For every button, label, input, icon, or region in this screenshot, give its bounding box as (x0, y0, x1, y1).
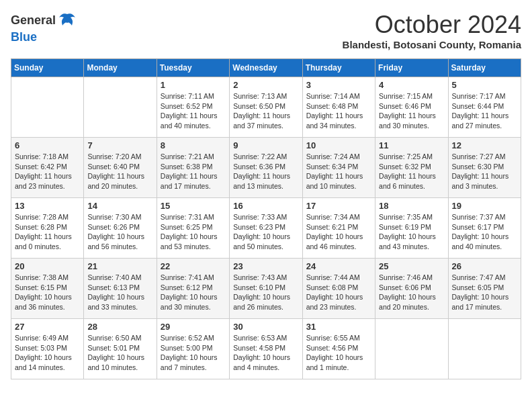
calendar-cell: 2Sunrise: 7:13 AM Sunset: 6:50 PM Daylig… (230, 77, 302, 138)
calendar-cell: 28Sunrise: 6:50 AM Sunset: 5:01 PM Dayli… (84, 319, 157, 379)
cell-content: Sunrise: 6:53 AM Sunset: 4:58 PM Dayligh… (233, 333, 298, 373)
cell-content: Sunrise: 7:11 AM Sunset: 6:52 PM Dayligh… (161, 91, 226, 131)
cell-content: Sunrise: 7:41 AM Sunset: 6:12 PM Dayligh… (161, 273, 226, 312)
calendar-week-row: 1Sunrise: 7:11 AM Sunset: 6:52 PM Daylig… (11, 77, 521, 138)
calendar-cell: 4Sunrise: 7:15 AM Sunset: 6:46 PM Daylig… (375, 77, 448, 138)
subtitle: Blandesti, Botosani County, Romania (343, 39, 521, 50)
day-number: 21 (87, 261, 152, 271)
day-number: 30 (233, 322, 298, 332)
calendar-cell: 21Sunrise: 7:40 AM Sunset: 6:13 PM Dayli… (84, 259, 157, 319)
cell-content: Sunrise: 7:31 AM Sunset: 6:25 PM Dayligh… (161, 212, 226, 252)
calendar-header-row: SundayMondayTuesdayWednesdayThursdayFrid… (11, 59, 521, 77)
logo: General Blue (11, 11, 77, 44)
day-number: 31 (306, 322, 371, 332)
day-number: 17 (306, 201, 371, 211)
calendar-cell: 29Sunrise: 6:52 AM Sunset: 5:00 PM Dayli… (157, 319, 229, 379)
cell-content: Sunrise: 6:52 AM Sunset: 5:00 PM Dayligh… (161, 333, 226, 373)
cell-content: Sunrise: 6:55 AM Sunset: 4:56 PM Dayligh… (306, 333, 371, 373)
logo-blue: Blue (11, 30, 37, 44)
calendar-cell: 23Sunrise: 7:43 AM Sunset: 6:10 PM Dayli… (230, 259, 302, 319)
calendar-cell: 7Sunrise: 7:20 AM Sunset: 6:40 PM Daylig… (84, 138, 157, 198)
cell-content: Sunrise: 7:18 AM Sunset: 6:42 PM Dayligh… (15, 152, 80, 191)
calendar-day-header: Friday (375, 59, 448, 77)
day-number: 8 (161, 140, 226, 150)
day-number: 24 (306, 261, 371, 271)
cell-content: Sunrise: 7:30 AM Sunset: 6:26 PM Dayligh… (87, 212, 152, 252)
calendar-cell: 13Sunrise: 7:28 AM Sunset: 6:28 PM Dayli… (11, 198, 84, 259)
day-number: 22 (161, 261, 226, 271)
calendar-cell (375, 319, 448, 379)
calendar-cell: 8Sunrise: 7:21 AM Sunset: 6:38 PM Daylig… (157, 138, 229, 198)
logo-general: General (11, 14, 56, 28)
calendar-cell (84, 77, 157, 138)
day-number: 20 (15, 261, 80, 271)
calendar: SundayMondayTuesdayWednesdayThursdayFrid… (11, 58, 521, 379)
calendar-week-row: 20Sunrise: 7:38 AM Sunset: 6:15 PM Dayli… (11, 259, 521, 319)
cell-content: Sunrise: 7:17 AM Sunset: 6:44 PM Dayligh… (452, 91, 517, 131)
calendar-cell: 17Sunrise: 7:34 AM Sunset: 6:21 PM Dayli… (302, 198, 375, 259)
cell-content: Sunrise: 7:37 AM Sunset: 6:17 PM Dayligh… (452, 212, 517, 252)
calendar-cell (448, 319, 521, 379)
calendar-day-header: Saturday (448, 59, 521, 77)
day-number: 1 (161, 80, 226, 90)
calendar-cell: 6Sunrise: 7:18 AM Sunset: 6:42 PM Daylig… (11, 138, 84, 198)
day-number: 7 (87, 140, 152, 150)
cell-content: Sunrise: 7:43 AM Sunset: 6:10 PM Dayligh… (233, 273, 298, 312)
day-number: 18 (379, 201, 444, 211)
calendar-week-row: 13Sunrise: 7:28 AM Sunset: 6:28 PM Dayli… (11, 198, 521, 259)
cell-content: Sunrise: 7:47 AM Sunset: 6:05 PM Dayligh… (452, 273, 517, 312)
cell-content: Sunrise: 7:38 AM Sunset: 6:15 PM Dayligh… (15, 273, 80, 312)
day-number: 14 (87, 201, 152, 211)
calendar-cell: 16Sunrise: 7:33 AM Sunset: 6:23 PM Dayli… (230, 198, 302, 259)
calendar-cell (11, 77, 84, 138)
cell-content: Sunrise: 7:21 AM Sunset: 6:38 PM Dayligh… (161, 152, 226, 191)
cell-content: Sunrise: 7:25 AM Sunset: 6:32 PM Dayligh… (379, 152, 444, 191)
day-number: 6 (15, 140, 80, 150)
calendar-day-header: Sunday (11, 59, 84, 77)
day-number: 10 (306, 140, 371, 150)
calendar-cell: 26Sunrise: 7:47 AM Sunset: 6:05 PM Dayli… (448, 259, 521, 319)
calendar-day-header: Wednesday (230, 59, 302, 77)
calendar-cell: 10Sunrise: 7:24 AM Sunset: 6:34 PM Dayli… (302, 138, 375, 198)
day-number: 25 (379, 261, 444, 271)
calendar-cell: 14Sunrise: 7:30 AM Sunset: 6:26 PM Dayli… (84, 198, 157, 259)
title-block: October 2024 Blandesti, Botosani County,… (343, 11, 521, 50)
calendar-cell: 18Sunrise: 7:35 AM Sunset: 6:19 PM Dayli… (375, 198, 448, 259)
day-number: 27 (15, 322, 80, 332)
cell-content: Sunrise: 6:50 AM Sunset: 5:01 PM Dayligh… (87, 333, 152, 373)
calendar-week-row: 27Sunrise: 6:49 AM Sunset: 5:03 PM Dayli… (11, 319, 521, 379)
calendar-cell: 5Sunrise: 7:17 AM Sunset: 6:44 PM Daylig… (448, 77, 521, 138)
cell-content: Sunrise: 7:13 AM Sunset: 6:50 PM Dayligh… (233, 91, 298, 131)
calendar-cell: 22Sunrise: 7:41 AM Sunset: 6:12 PM Dayli… (157, 259, 229, 319)
cell-content: Sunrise: 7:27 AM Sunset: 6:30 PM Dayligh… (452, 152, 517, 191)
cell-content: Sunrise: 6:49 AM Sunset: 5:03 PM Dayligh… (15, 333, 80, 373)
calendar-cell: 3Sunrise: 7:14 AM Sunset: 6:48 PM Daylig… (302, 77, 375, 138)
calendar-cell: 20Sunrise: 7:38 AM Sunset: 6:15 PM Dayli… (11, 259, 84, 319)
cell-content: Sunrise: 7:20 AM Sunset: 6:40 PM Dayligh… (87, 152, 152, 191)
calendar-cell: 1Sunrise: 7:11 AM Sunset: 6:52 PM Daylig… (157, 77, 229, 138)
day-number: 19 (452, 201, 517, 211)
month-title: October 2024 (343, 11, 521, 39)
day-number: 29 (161, 322, 226, 332)
day-number: 9 (233, 140, 298, 150)
cell-content: Sunrise: 7:35 AM Sunset: 6:19 PM Dayligh… (379, 212, 444, 252)
day-number: 4 (379, 80, 444, 90)
calendar-cell: 9Sunrise: 7:22 AM Sunset: 6:36 PM Daylig… (230, 138, 302, 198)
day-number: 12 (452, 140, 517, 150)
calendar-cell: 31Sunrise: 6:55 AM Sunset: 4:56 PM Dayli… (302, 319, 375, 379)
day-number: 5 (452, 80, 517, 90)
day-number: 11 (379, 140, 444, 150)
cell-content: Sunrise: 7:34 AM Sunset: 6:21 PM Dayligh… (306, 212, 371, 252)
cell-content: Sunrise: 7:28 AM Sunset: 6:28 PM Dayligh… (15, 212, 80, 252)
day-number: 3 (306, 80, 371, 90)
calendar-cell: 25Sunrise: 7:46 AM Sunset: 6:06 PM Dayli… (375, 259, 448, 319)
day-number: 16 (233, 201, 298, 211)
day-number: 28 (87, 322, 152, 332)
cell-content: Sunrise: 7:40 AM Sunset: 6:13 PM Dayligh… (87, 273, 152, 312)
calendar-day-header: Monday (84, 59, 157, 77)
calendar-cell: 12Sunrise: 7:27 AM Sunset: 6:30 PM Dayli… (448, 138, 521, 198)
calendar-cell: 27Sunrise: 6:49 AM Sunset: 5:03 PM Dayli… (11, 319, 84, 379)
cell-content: Sunrise: 7:15 AM Sunset: 6:46 PM Dayligh… (379, 91, 444, 131)
cell-content: Sunrise: 7:24 AM Sunset: 6:34 PM Dayligh… (306, 152, 371, 191)
cell-content: Sunrise: 7:44 AM Sunset: 6:08 PM Dayligh… (306, 273, 371, 312)
